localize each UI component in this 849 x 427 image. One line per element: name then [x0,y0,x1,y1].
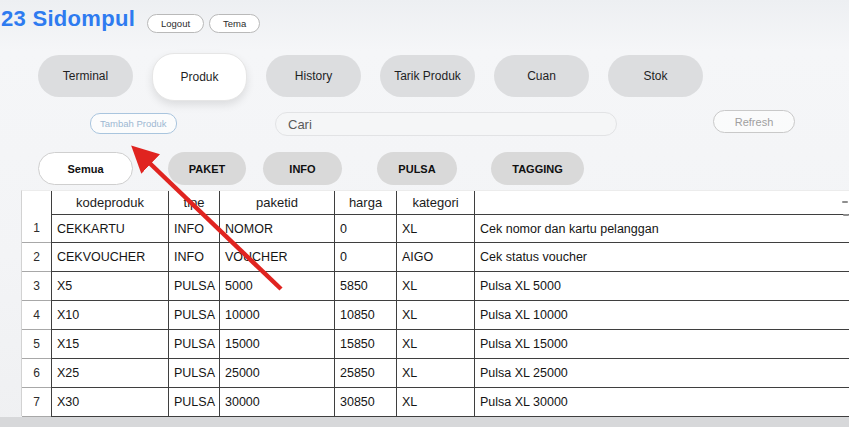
tab-label: Terminal [63,69,108,83]
filter-chip-paket[interactable]: PAKET [168,152,246,185]
cell-paketid[interactable]: 15000 [219,330,334,359]
cell-harga[interactable]: 5850 [334,272,396,301]
cell-kategori[interactable]: XL [396,272,474,301]
filter-chip-label: PULSA [398,163,435,175]
scrollbar-mark[interactable] [843,214,849,216]
cell-tipe[interactable]: PULSA [168,301,219,330]
column-header-paketid[interactable]: paketid [219,191,334,214]
cell-kategori[interactable]: XL [396,214,474,243]
cell-kategori[interactable]: XL [396,359,474,388]
app-window: 23 Sidompul Logout Tema TerminalProdukHi… [0,0,849,427]
cell-keterangan[interactable]: Cek nomor dan kartu pelanggan [474,214,849,243]
cell-paketid[interactable]: NOMOR [219,214,334,243]
cell-keterangan[interactable]: Pulsa XL 15000 [474,330,849,359]
cell-tipe[interactable]: PULSA [168,359,219,388]
cell-tipe[interactable]: PULSA [168,272,219,301]
row-number[interactable]: 5 [22,330,51,359]
tab-terminal[interactable]: Terminal [38,55,133,97]
cell-kategori[interactable]: XL [396,330,474,359]
cell-kodeproduk[interactable]: X25 [51,359,168,388]
category-filter-chips: SemuaPAKETINFOPULSATAGGING [38,152,584,185]
cell-tipe[interactable]: INFO [168,214,219,243]
tab-tarik-produk[interactable]: Tarik Produk [380,55,475,97]
row-number[interactable]: 6 [22,359,51,388]
cell-paketid[interactable]: 25000 [219,359,334,388]
filter-chip-label: TAGGING [512,163,563,175]
row-number[interactable]: 4 [22,301,51,330]
cell-keterangan[interactable]: Pulsa XL 25000 [474,359,849,388]
cell-kodeproduk[interactable]: X10 [51,301,168,330]
cell-tipe[interactable]: INFO [168,243,219,272]
product-table: kodeproduktipepaketidhargakategori 1 CEK… [21,190,849,416]
scrollbar-mark[interactable] [842,201,848,203]
table-row: 5 X15 PULSA 15000 15850 XL Pulsa XL 1500… [22,330,849,359]
table-row: 2 CEKVOUCHER INFO VOUCHER 0 AIGO Cek sta… [22,243,849,272]
tab-label: Cuan [527,69,556,83]
row-number[interactable]: 2 [22,243,51,272]
filter-chip-label: PAKET [189,163,225,175]
row-number[interactable]: 1 [22,214,51,243]
table-row: 4 X10 PULSA 10000 10850 XL Pulsa XL 1000… [22,301,849,330]
table-header-row: kodeproduktipepaketidhargakategori [22,191,849,214]
cell-kodeproduk[interactable]: CEKKARTU [51,214,168,243]
bottom-strip [0,417,849,427]
tab-label: Tarik Produk [394,69,461,83]
tab-label: Stok [643,69,667,83]
table-corner-cell [22,191,51,214]
cell-keterangan[interactable]: Pulsa XL 5000 [474,272,849,301]
refresh-button[interactable]: Refresh [713,110,795,133]
cell-paketid[interactable]: 5000 [219,272,334,301]
cell-paketid[interactable]: 10000 [219,301,334,330]
theme-button[interactable]: Tema [209,14,260,33]
table-row: 1 CEKKARTU INFO NOMOR 0 XL Cek nomor dan… [22,214,849,243]
cell-tipe[interactable]: PULSA [168,330,219,359]
column-header-harga[interactable]: harga [334,191,396,214]
tab-label: History [295,69,332,83]
cell-harga[interactable]: 25850 [334,359,396,388]
cell-harga[interactable]: 15850 [334,330,396,359]
tab-label: Produk [180,70,218,84]
tab-history[interactable]: History [266,55,361,97]
tab-stok[interactable]: Stok [608,55,703,97]
filter-chip-tagging[interactable]: TAGGING [491,152,584,185]
filter-chip-semua[interactable]: Semua [38,152,133,185]
cell-kategori[interactable]: XL [396,301,474,330]
cell-keterangan[interactable]: Pulsa XL 10000 [474,301,849,330]
cell-kodeproduk[interactable]: X15 [51,330,168,359]
cell-paketid[interactable]: VOUCHER [219,243,334,272]
search-input[interactable] [275,112,617,136]
cell-harga[interactable]: 30850 [334,388,396,417]
row-number[interactable]: 3 [22,272,51,301]
cell-kategori[interactable]: XL [396,388,474,417]
cell-paketid[interactable]: 30000 [219,388,334,417]
cell-keterangan[interactable]: Cek status voucher [474,243,849,272]
cell-kodeproduk[interactable]: X30 [51,388,168,417]
column-header-kodeproduk[interactable]: kodeproduk [51,191,168,214]
row-number[interactable]: 7 [22,388,51,417]
tab-produk[interactable]: Produk [152,53,247,101]
logout-button[interactable]: Logout [147,14,204,33]
cell-kodeproduk[interactable]: CEKVOUCHER [51,243,168,272]
main-tabs: TerminalProdukHistoryTarik ProdukCuanSto… [38,55,703,101]
table-row: 3 X5 PULSA 5000 5850 XL Pulsa XL 5000 [22,272,849,301]
column-header-tipe[interactable]: tipe [168,191,219,214]
cell-tipe[interactable]: PULSA [168,388,219,417]
column-header-kategori[interactable]: kategori [396,191,474,214]
filter-chip-pulsa[interactable]: PULSA [377,152,457,185]
cell-keterangan[interactable]: Pulsa XL 30000 [474,388,849,417]
table-row: 7 X30 PULSA 30000 30850 XL Pulsa XL 3000… [22,388,849,417]
cell-kategori[interactable]: AIGO [396,243,474,272]
cell-harga[interactable]: 10850 [334,301,396,330]
add-product-button[interactable]: Tambah Produk [90,113,177,134]
cell-harga[interactable]: 0 [334,243,396,272]
filter-chip-info[interactable]: INFO [263,152,342,185]
cell-kodeproduk[interactable]: X5 [51,272,168,301]
filter-chip-label: Semua [67,163,103,175]
table-body: 1 CEKKARTU INFO NOMOR 0 XL Cek nomor dan… [22,214,849,417]
column-header-keterangan[interactable] [474,191,849,214]
app-title: 23 Sidompul [1,6,135,32]
table-row: 6 X25 PULSA 25000 25850 XL Pulsa XL 2500… [22,359,849,388]
filter-chip-label: INFO [289,163,315,175]
cell-harga[interactable]: 0 [334,214,396,243]
tab-cuan[interactable]: Cuan [494,55,589,97]
